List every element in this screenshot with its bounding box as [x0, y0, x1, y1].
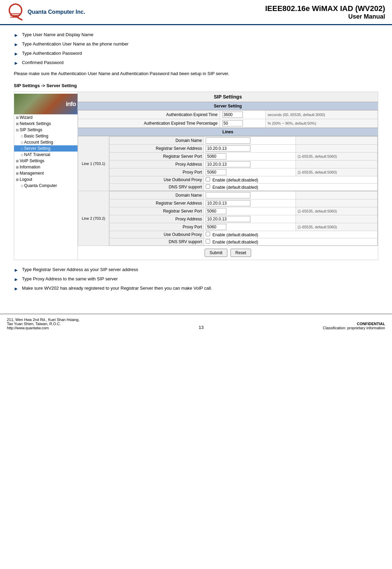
sidebar-item-management[interactable]: ⊞ Management [14, 170, 78, 176]
line2-label-text: Line 2 (703.2) [82, 216, 105, 220]
line1-outbound-checkbox[interactable] [206, 177, 210, 182]
doc-icon-account: □ [21, 141, 23, 144]
auth-expired-pct-row: Authentication Expired Time Percentage %… [78, 119, 378, 128]
server-setting-title: Server Setting [214, 104, 242, 108]
auth-settings-table: Authentication Expired Time seconds (00.… [78, 110, 378, 128]
line2-registrar-port-input[interactable] [206, 208, 226, 214]
line1-registrar-addr-row: Registrar Server Address [110, 145, 378, 153]
sidebar-item-server-setting[interactable]: □ Server Setting [14, 145, 78, 152]
footer-page-number: 13 [199, 325, 204, 330]
sidebar-item-voip-settings[interactable]: ⊞ VoIP Settings [14, 158, 78, 164]
sidebar-label-quanta: Quanta Computer [24, 183, 57, 188]
line1-domain-value [204, 137, 296, 145]
line1-domain-hint [296, 137, 377, 145]
line1-outbound-label: Use Outbound Proxy [110, 176, 204, 184]
right-panel: SIP Settings Server Setting Authenticati… [78, 92, 378, 260]
submit-button[interactable]: Submit [205, 249, 227, 257]
footer-address-line1: 211, Wen Hwa 2nd Rd., Kuei Shan Hsiang, [7, 318, 80, 322]
bottom-bullet-1: ► Type Registrar Server Address as your … [14, 267, 378, 273]
line2-proxy-port-input[interactable] [206, 224, 226, 230]
bottom-bullet-3: ► Make sure WV202 has already registered… [14, 286, 378, 291]
line1-dns-checkbox[interactable] [206, 184, 210, 189]
auth-expired-time-input[interactable] [222, 112, 243, 118]
line2-domain-hint [296, 192, 377, 199]
sidebar-label-logout: Logout [20, 177, 32, 182]
document-title-line2: User Manual [265, 13, 385, 20]
quanta-logo-icon [7, 3, 24, 21]
sip-settings-header: SIP Settings [78, 92, 378, 102]
footer-right: CONFIDENTIAL Classification: proprietary… [323, 322, 385, 330]
line1-registrar-addr-label: Registrar Server Address [110, 145, 204, 153]
line1-domain-row: Domain Name [110, 137, 378, 145]
lines-header: Lines [78, 128, 378, 136]
line2-inner-table: Domain Name Registrar Server Address Reg [109, 191, 378, 246]
bullet-text-1: Type User Name and Display Name [22, 32, 93, 37]
line1-registrar-addr-input[interactable] [206, 145, 250, 152]
sidebar-label-mgmt: Management [20, 171, 44, 176]
line1-registrar-addr-value [204, 145, 296, 153]
line1-proxy-addr-hint [296, 161, 377, 168]
bottom-text-2: Type Proxy Address to the same with SIP … [22, 276, 118, 281]
auth-expired-time-hint: seconds (00..65535, default:3000) [265, 111, 378, 119]
lines-title: Lines [223, 130, 233, 134]
line1-proxy-port-row: Proxy Port (1-65535, default:5060) [110, 168, 378, 176]
line2-label: Line 2 (703.2) [78, 191, 109, 246]
line1-registrar-port-row: Registrar Server Port (1-65535, default:… [110, 153, 378, 161]
line1-proxy-addr-row: Proxy Address [110, 161, 378, 168]
line2-proxy-port-label: Proxy Port [110, 223, 204, 231]
sidebar-item-sip-settings[interactable]: ⊟ SIP Settings [14, 127, 78, 133]
line2-proxy-addr-value [204, 215, 296, 223]
sidebar-item-network-settings[interactable]: ⊞ Network Settings [14, 121, 78, 127]
intro-bullet-list: ► Type User Name and Display Name ► Type… [14, 32, 378, 66]
line2-dns-checkbox[interactable] [206, 239, 210, 244]
sidebar-item-account-setting[interactable]: □ Account Setting [14, 139, 78, 145]
line2-registrar-port-hint: (1-65535, default:5060) [296, 207, 377, 215]
line2-proxy-addr-label: Proxy Address [110, 215, 204, 223]
auth-expired-pct-input[interactable] [222, 120, 243, 126]
sidebar-item-basic-setting[interactable]: □ Basic Setting [14, 133, 78, 139]
sidebar-label-sip: SIP Settings [20, 127, 42, 132]
sidebar-item-quanta-computer[interactable]: □ Quanta Computer [14, 183, 78, 189]
line1-outbound-value: Enable (default:disabled) [204, 176, 378, 184]
auth-expired-time-label: Authentication Expired Time [78, 111, 220, 119]
footer-confidential: CONFIDENTIAL [323, 322, 385, 326]
submit-area: Submit Reset [78, 246, 378, 260]
line2-dns-text: Enable (default:disabled) [213, 240, 258, 245]
line1-domain-input[interactable] [206, 137, 250, 144]
line2-proxy-port-value [204, 223, 296, 231]
line1-domain-label: Domain Name [110, 137, 204, 145]
bullet-item-4: ► Confirmed Password [14, 60, 378, 66]
expand-icon-logout: ⊞ [16, 178, 19, 182]
sidebar-item-nat-traversal[interactable]: □ NAT Traversal [14, 152, 78, 158]
line2-content: Domain Name Registrar Server Address Reg [109, 191, 378, 246]
line2-proxy-addr-row: Proxy Address [110, 215, 378, 223]
sidebar-item-wizard[interactable]: ⊞ Wizard [14, 114, 78, 121]
line2-domain-value [204, 192, 296, 199]
line2-registrar-port-value [204, 207, 296, 215]
line2-domain-label: Domain Name [110, 192, 204, 199]
expand-icon-info: ⊞ [16, 165, 19, 169]
line2-outbound-text: Enable (default:disabled) [213, 232, 258, 237]
line1-proxy-addr-label: Proxy Address [110, 161, 204, 168]
line2-proxy-addr-input[interactable] [206, 216, 250, 222]
line2-outbound-label: Use Outbound Proxy [110, 231, 204, 238]
line1-registrar-port-input[interactable] [206, 153, 226, 159]
reset-button[interactable]: Reset [230, 249, 251, 257]
header-title-area: IEEE802.16e WiMAX IAD (WV202) User Manua… [265, 4, 385, 20]
sidebar-item-logout[interactable]: ⊞ Logout [14, 176, 78, 183]
line1-proxy-port-input[interactable] [206, 169, 226, 175]
line2-domain-input[interactable] [206, 192, 250, 198]
line1-proxy-addr-input[interactable] [206, 161, 250, 167]
line2-registrar-addr-input[interactable] [206, 200, 250, 206]
company-name: Quanta Computer Inc. [28, 9, 85, 15]
line2-registrar-port-row: Registrar Server Port (1-65535, default:… [110, 207, 378, 215]
line2-registrar-addr-hint [296, 199, 377, 207]
line2-outbound-checkbox[interactable] [206, 232, 210, 236]
auth-expired-pct-value [220, 119, 265, 128]
logo-area: Quanta Computer Inc. [7, 3, 265, 21]
sidebar-item-information[interactable]: ⊞ Information [14, 164, 78, 170]
svg-point-0 [9, 4, 22, 17]
bullet-item-3: ► Type Authentication Password [14, 51, 378, 56]
footer-address-line2: Tao Yuan Shien, Taiwan, R.O.C. [7, 322, 80, 326]
sidebar-label-account: Account Setting [24, 140, 53, 145]
